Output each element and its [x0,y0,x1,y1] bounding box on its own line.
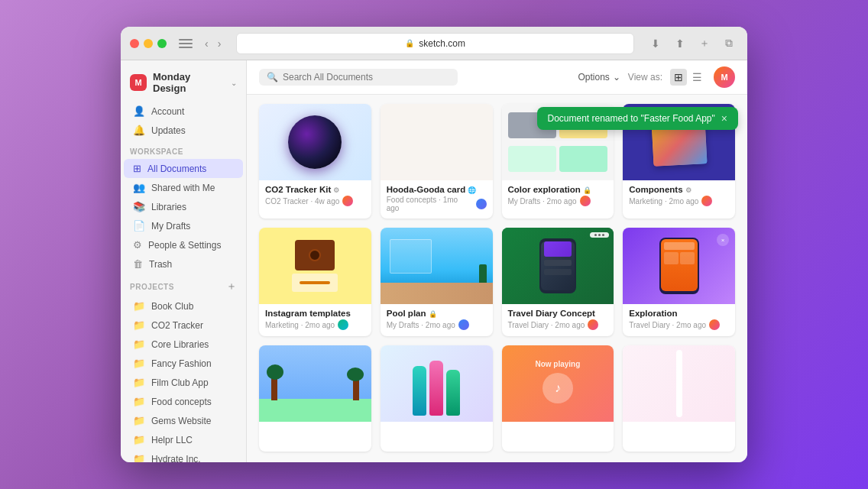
doc-info: Exploration Travel Diary · 2mo ago [623,304,735,336]
address-bar[interactable]: 🔒 sketch.com [236,33,634,54]
shared-label: Shared with Me [151,183,215,193]
sidebar-item-book-club[interactable]: 📁 Book Club [124,296,243,316]
download-button[interactable]: ⬇ [646,34,665,53]
doc-info: CO2 Tracker Kit ⚙ CO2 Tracker · 4w ago [259,180,371,212]
sidebar-item-shared[interactable]: 👥 Shared with Me [124,178,243,197]
doc-title: Pool plan 🔒 [387,309,487,318]
doc-meta [265,437,365,445]
doc-title: Instagram templates [265,309,365,318]
sidebar-item-my-drafts[interactable]: 📄 My Drafts [124,216,243,235]
doc-meta [387,437,487,445]
doc-project: My Drafts · 2mo ago [508,197,577,206]
doc-meta: My Drafts · 2mo ago [508,196,608,206]
sidebar-item-hydrate[interactable]: 📁 Hydrate Inc. [124,449,243,462]
sidebar-item-trash[interactable]: 🗑 Trash [124,254,243,274]
doc-card-baobab[interactable] [259,345,371,452]
doc-project: CO2 Tracker · 4w ago [265,197,339,206]
share-button[interactable]: ⬆ [671,34,689,53]
doc-project: Marketing · 2mo ago [629,197,698,206]
sidebar-item-people[interactable]: ⚙ People & Settings [124,235,243,254]
doc-card-travel-diary[interactable]: Travel Diary Concept Travel Diary · 2mo … [502,228,614,336]
traffic-lights [130,39,167,48]
doc-title: Exploration [629,309,729,318]
sidebar-item-libraries[interactable]: 📚 Libraries [124,197,243,216]
close-button[interactable] [130,39,139,48]
doc-info: Instagram templates Marketing · 2mo ago [259,304,371,336]
project-label: Film Club App [151,377,209,388]
new-tab-button[interactable]: ＋ [695,34,714,53]
options-button[interactable]: Options ⌄ [578,72,620,83]
sidebar-item-helpr[interactable]: 📁 Helpr LLC [124,430,243,449]
folder-icon: 📁 [133,396,145,407]
search-box[interactable]: 🔍 [259,69,458,86]
doc-info [259,422,371,452]
doc-card-co2-tracker-kit[interactable]: CO2 Tracker Kit ⚙ CO2 Tracker · 4w ago [259,104,371,219]
updates-label: Updates [151,125,186,136]
projects-section-header: PROJECTS ＋ [121,274,246,296]
list-view-button[interactable]: ☰ [688,69,706,86]
browser-window: ‹ › 🔒 sketch.com ⬇ ⬆ ＋ ⧉ M Monday Design… [121,27,747,462]
shared-icon: 👥 [133,182,145,193]
doc-info [502,422,614,452]
sidebar-item-gems[interactable]: 📁 Gems Website [124,411,243,430]
doc-card-hooda-gooda[interactable]: Hooda-Gooda card 🌐 Food concepts · 1mo a… [381,104,493,219]
sidebar-item-co2-tracker[interactable]: 📁 CO2 Tracker [124,316,243,335]
maximize-button[interactable] [157,39,167,48]
doc-card-now-playing[interactable]: Now playing ♪ [502,345,614,452]
minimize-button[interactable] [144,39,153,48]
sidebar-item-food-concepts[interactable]: 📁 Food concepts [124,392,243,411]
sidebar-item-core-libraries[interactable]: 📁 Core Libraries [124,335,243,354]
chevron-icon: ⌄ [231,79,237,87]
doc-card-instagram[interactable]: Instagram templates Marketing · 2mo ago [259,228,371,336]
all-documents-label: All Documents [147,164,206,174]
grid-view-button[interactable]: ⊞ [670,69,687,86]
content-toolbar: 🔍 Options ⌄ View as: ⊞ ☰ M [247,60,747,95]
project-label: Core Libraries [151,339,209,350]
doc-info: Pool plan 🔒 My Drafts · 2mo ago [381,304,493,336]
doc-project: Food concepts · 1mo ago [387,196,473,212]
doc-card-pool-plan[interactable]: Pool plan 🔒 My Drafts · 2mo ago [381,228,493,336]
toast-close-button[interactable]: × [721,113,727,124]
account-label: Account [151,106,184,117]
doc-meta: My Drafts · 2mo ago [387,319,487,330]
toast-message: Document renamed to "Faster Food App" [548,113,715,124]
main-content: M Monday Design ⌄ 👤 Account 🔔 Updates WO… [121,60,747,462]
sidebar-item-updates[interactable]: 🔔 Updates [124,121,243,140]
add-project-button[interactable]: ＋ [226,280,237,293]
forward-button[interactable]: › [215,36,225,51]
workspace-header[interactable]: M Monday Design ⌄ [121,66,246,99]
doc-title: Components ⚙ [629,185,729,194]
project-label: Helpr LLC [151,435,193,445]
sidebar-item-film-club[interactable]: 📁 Film Club App [124,373,243,392]
nav-buttons: ‹ › [202,36,224,51]
doc-meta [629,437,729,445]
doc-meta: Food concepts · 1mo ago [387,196,487,212]
folder-icon: 📁 [133,338,145,350]
doc-thumbnail [381,345,493,422]
sidebar-toggle-button[interactable] [179,38,193,49]
titlebar: ‹ › 🔒 sketch.com ⬇ ⬆ ＋ ⧉ [121,27,747,60]
doc-card-exploration[interactable]: × Exploration Travel Diary · 2mo ago [623,228,735,336]
doc-avatar [476,199,487,209]
doc-thumbnail: × [623,228,735,304]
project-label: CO2 Tracker [151,320,203,331]
sidebar-item-all-documents[interactable]: ⊞ All Documents [124,159,243,178]
doc-thumbnail: Now playing ♪ [502,345,614,422]
sidebar-item-fancy-fashion[interactable]: 📁 Fancy Fashion [124,354,243,373]
grid-icon: ⊞ [133,163,141,174]
doc-card-bottles[interactable] [381,345,493,452]
doc-thumbnail [381,104,493,180]
doc-avatar [338,319,348,330]
project-label: Food concepts [151,397,212,407]
tabs-button[interactable]: ⧉ [720,34,738,53]
doc-thumbnail [259,228,371,304]
search-input[interactable] [283,72,450,83]
sidebar-item-account[interactable]: 👤 Account [124,102,243,121]
back-button[interactable]: ‹ [202,36,212,51]
doc-card-pink-ui[interactable] [623,345,735,452]
doc-meta [508,437,608,445]
doc-info: Travel Diary Concept Travel Diary · 2mo … [502,304,614,336]
doc-avatar [588,319,598,330]
libraries-label: Libraries [151,202,186,212]
avatar[interactable]: M [714,66,735,88]
